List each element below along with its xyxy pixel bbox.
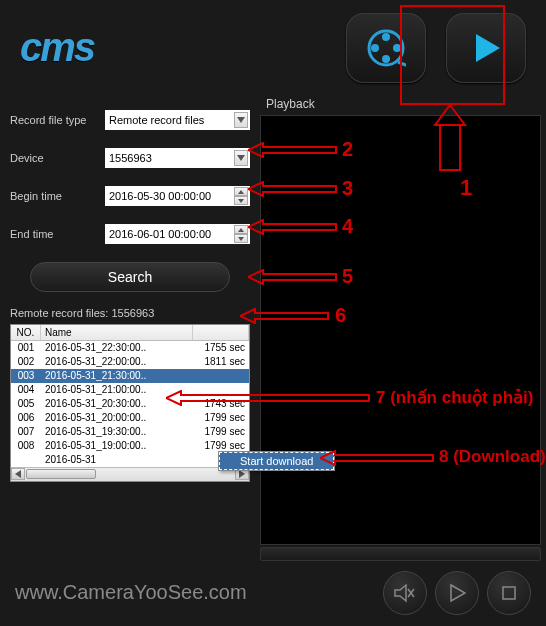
table-row[interactable]: 0032016-05-31_21:30:00.. — [11, 369, 249, 383]
svg-marker-13 — [239, 470, 245, 478]
svg-marker-5 — [476, 34, 500, 62]
svg-marker-10 — [238, 228, 244, 232]
search-button[interactable]: Search — [30, 262, 230, 292]
film-reel-icon — [366, 28, 406, 68]
end-time-input[interactable]: 2016-06-01 00:00:00 — [105, 224, 250, 244]
mute-button[interactable] — [383, 571, 427, 615]
horizontal-scrollbar[interactable] — [11, 467, 249, 481]
table-row[interactable]: 0072016-05-31_19:30:00..1799 sec — [11, 425, 249, 439]
playback-header: Playback — [260, 95, 546, 113]
scroll-left-icon[interactable] — [11, 468, 25, 480]
table-row[interactable]: 0062016-05-31_20:00:00..1799 sec — [11, 411, 249, 425]
play-button[interactable] — [435, 571, 479, 615]
dropdown-icon[interactable] — [234, 150, 248, 166]
record-file-type-label: Record file type — [10, 114, 105, 126]
table-row[interactable]: 2016-05-31 — [11, 453, 249, 467]
app-logo: cms — [20, 25, 326, 70]
svg-marker-11 — [238, 237, 244, 241]
scrollbar-thumb[interactable] — [26, 469, 96, 479]
time-spinner[interactable] — [234, 187, 248, 205]
device-select[interactable]: 1556963 — [105, 148, 250, 168]
svg-rect-18 — [503, 587, 515, 599]
record-file-type-select[interactable]: Remote record files — [105, 110, 250, 130]
svg-marker-8 — [238, 190, 244, 194]
dropdown-icon[interactable] — [234, 112, 248, 128]
play-small-icon — [448, 584, 466, 602]
context-menu[interactable]: Start download — [218, 451, 335, 471]
device-label: Device — [10, 152, 105, 164]
playback-timeline[interactable] — [260, 547, 541, 561]
list-header: NO. Name — [11, 325, 249, 341]
start-download-menu-item[interactable]: Start download — [219, 452, 334, 470]
record-files-list[interactable]: NO. Name 0012016-05-31_22:30:00..1755 se… — [10, 324, 250, 482]
svg-marker-7 — [237, 155, 245, 161]
svg-point-2 — [393, 44, 401, 52]
playback-mode-button[interactable] — [446, 13, 526, 83]
play-icon — [470, 32, 502, 64]
svg-point-1 — [382, 33, 390, 41]
begin-time-input[interactable]: 2016-05-30 00:00:00 — [105, 186, 250, 206]
stop-button[interactable] — [487, 571, 531, 615]
svg-marker-12 — [15, 470, 21, 478]
table-row[interactable]: 0082016-05-31_19:00:00..1799 sec — [11, 439, 249, 453]
svg-marker-14 — [395, 585, 406, 601]
time-spinner[interactable] — [234, 225, 248, 243]
svg-marker-17 — [451, 585, 465, 601]
end-time-label: End time — [10, 228, 105, 240]
svg-point-4 — [371, 44, 379, 52]
table-row[interactable]: 0022016-05-31_22:00:00..1811 sec — [11, 355, 249, 369]
record-mode-button[interactable] — [346, 13, 426, 83]
video-viewport[interactable] — [260, 115, 541, 545]
table-row[interactable]: 0042016-05-31_21:00:00.. — [11, 383, 249, 397]
svg-point-3 — [382, 55, 390, 63]
mute-icon — [394, 582, 416, 604]
table-row[interactable]: 0012016-05-31_22:30:00..1755 sec — [11, 341, 249, 355]
svg-marker-6 — [237, 117, 245, 123]
table-row[interactable]: 0052016-05-31_20:30:00..1743 sec — [11, 397, 249, 411]
watermark-text: www.CameraYooSee.com — [15, 581, 375, 604]
stop-icon — [501, 585, 517, 601]
remote-files-label: Remote record files: 1556963 — [10, 307, 250, 319]
begin-time-label: Begin time — [10, 190, 105, 202]
svg-marker-9 — [238, 199, 244, 203]
